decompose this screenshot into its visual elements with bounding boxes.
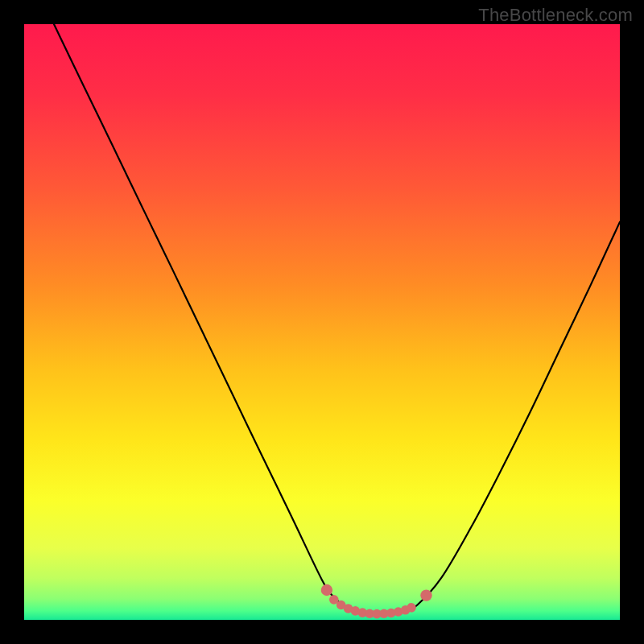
marker-dot (420, 589, 431, 601)
marker-dot (321, 584, 332, 596)
optimal-zone-markers (321, 584, 432, 619)
curve-layer (24, 24, 620, 620)
chart-frame: TheBottleneck.com (0, 0, 644, 644)
marker-dot (407, 603, 416, 613)
plot-area (24, 24, 620, 620)
bottleneck-curve (54, 24, 620, 614)
watermark-label: TheBottleneck.com (478, 5, 633, 26)
